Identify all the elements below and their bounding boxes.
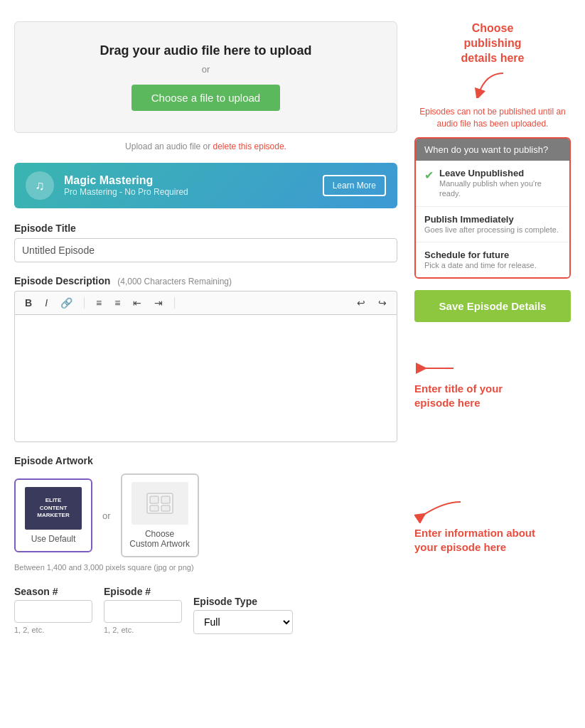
mastering-title: Magic Mastering xyxy=(64,174,313,187)
artwork-default-img: ELITECONTENTMARKETER xyxy=(25,487,82,530)
editor-wrapper: B I 🔗 ≡ ≡ ⇤ ⇥ ↩ ↪ xyxy=(14,291,397,442)
toolbar-separator-1 xyxy=(84,297,85,309)
artwork-default-label: Use Default xyxy=(23,534,84,544)
mastering-text: Magic Mastering Pro Mastering - No Pro R… xyxy=(64,174,313,197)
artwork-custom-img xyxy=(132,482,188,525)
artwork-label: Episode Artwork xyxy=(14,455,397,466)
annotation-title: Enter title of yourepisode here xyxy=(414,382,571,410)
bold-button[interactable]: B xyxy=(22,296,35,310)
publish-schedule-title: Schedule for future xyxy=(424,250,537,260)
publish-option-text: Leave Unpublished Manually publish when … xyxy=(439,168,561,199)
check-icon: ✔ xyxy=(424,168,434,182)
publish-option-unpublished[interactable]: ✔ Leave Unpublished Manually publish whe… xyxy=(416,161,569,207)
season-label: Season # xyxy=(14,586,92,597)
artwork-options: ELITECONTENTMARKETER Use Default or xyxy=(14,473,397,557)
publish-schedule-desc: Pick a date and time for release. xyxy=(424,260,537,270)
episode-description-group: Episode Description (4,000 Characters Re… xyxy=(14,275,397,442)
indent-button[interactable]: ⇥ xyxy=(151,296,166,310)
episode-number-input[interactable] xyxy=(104,600,182,623)
meta-row: Season # 1, 2, etc. Episode # 1, 2, etc.… xyxy=(14,586,397,634)
right-note: Episodes can not be published until an a… xyxy=(414,106,571,130)
undo-button[interactable]: ↩ xyxy=(354,296,368,310)
mastering-subtitle: Pro Mastering - No Pro Required xyxy=(64,187,313,197)
publish-option-text-3: Schedule for future Pick a date and time… xyxy=(424,250,537,270)
arrow-down xyxy=(414,70,571,100)
episode-title-label: Episode Title xyxy=(14,223,397,234)
drag-upload-text: Drag your audio file here to upload xyxy=(29,43,382,58)
season-field: Season # 1, 2, etc. xyxy=(14,586,92,634)
redo-button[interactable]: ↪ xyxy=(375,296,390,310)
publish-unpublished-title: Leave Unpublished xyxy=(439,168,561,178)
mastering-icon: ♫ xyxy=(26,171,54,200)
artwork-section: Episode Artwork ELITECONTENTMARKETER Use… xyxy=(14,455,397,572)
upload-area: Drag your audio file here to upload or C… xyxy=(14,21,397,133)
editor-toolbar: B I 🔗 ≡ ≡ ⇤ ⇥ ↩ ↪ xyxy=(14,291,397,314)
annotation-publish: Choosepublishingdetails here xyxy=(414,21,571,65)
right-column: Choosepublishingdetails here Episodes ca… xyxy=(414,21,571,634)
learn-more-button[interactable]: Learn More xyxy=(323,175,386,196)
artwork-custom-option[interactable]: Choose Custom Artwork xyxy=(121,473,199,557)
publish-option-immediate[interactable]: Publish Immediately Goes live after proc… xyxy=(416,207,569,242)
delete-episode-link[interactable]: delete this episode. xyxy=(213,141,286,151)
publish-unpublished-desc: Manually publish when you're ready. xyxy=(439,178,561,199)
annotation-desc-area: Enter information aboutyour episode here xyxy=(414,495,571,554)
ordered-list-button[interactable]: ≡ xyxy=(112,296,123,310)
publish-immediate-title: Publish Immediately xyxy=(424,214,559,225)
svg-rect-1 xyxy=(150,496,159,503)
upload-or-text: or xyxy=(29,64,382,75)
artwork-default-option[interactable]: ELITECONTENTMARKETER Use Default xyxy=(14,478,92,552)
artwork-custom-label: Choose Custom Artwork xyxy=(129,529,190,549)
svg-rect-2 xyxy=(161,496,170,503)
annotation-description: Enter information aboutyour episode here xyxy=(414,526,571,554)
char-limit: (4,000 Characters Remaining) xyxy=(117,277,232,287)
upload-note: Upload an audio file or delete this epis… xyxy=(14,141,397,151)
season-input[interactable] xyxy=(14,600,92,623)
episode-number-label: Episode # xyxy=(104,586,182,597)
svg-rect-3 xyxy=(150,505,159,511)
episode-title-group: Episode Title xyxy=(14,223,397,262)
episode-title-input[interactable] xyxy=(14,238,397,262)
save-episode-button[interactable]: Save Episode Details xyxy=(414,290,571,322)
episode-number-field: Episode # 1, 2, etc. xyxy=(104,586,182,634)
link-button[interactable]: 🔗 xyxy=(58,296,75,310)
publish-immediate-desc: Goes live after processing is complete. xyxy=(424,225,559,235)
season-hint: 1, 2, etc. xyxy=(14,626,92,634)
episode-type-select[interactable]: Full Trailer Bonus xyxy=(193,610,293,634)
publish-header: When do you want to publish? xyxy=(416,139,569,161)
publish-option-schedule[interactable]: Schedule for future Pick a date and time… xyxy=(416,242,569,277)
editor-body[interactable] xyxy=(14,314,397,442)
annotation-title-area: Enter title of yourepisode here xyxy=(414,358,571,410)
left-column: Drag your audio file here to upload or C… xyxy=(14,21,397,634)
unordered-list-button[interactable]: ≡ xyxy=(93,296,104,310)
publish-box: When do you want to publish? ✔ Leave Unp… xyxy=(414,137,571,279)
mastering-banner: ♫ Magic Mastering Pro Mastering - No Pro… xyxy=(14,163,397,208)
episode-description-label: Episode Description (4,000 Characters Re… xyxy=(14,275,397,287)
outdent-button[interactable]: ⇤ xyxy=(130,296,144,310)
episode-type-label: Episode Type xyxy=(193,596,293,607)
episode-hint: 1, 2, etc. xyxy=(104,626,182,634)
toolbar-separator-2 xyxy=(174,297,175,309)
episode-type-field: Episode Type Full Trailer Bonus xyxy=(193,596,293,634)
artwork-hint: Between 1,400 and 3,000 pixels square (j… xyxy=(14,563,397,572)
italic-button[interactable]: I xyxy=(42,296,50,310)
artwork-or-text: or xyxy=(102,510,111,521)
svg-rect-4 xyxy=(161,505,170,511)
publish-option-text-2: Publish Immediately Goes live after proc… xyxy=(424,214,559,235)
choose-file-button[interactable]: Choose a file to upload xyxy=(132,85,280,111)
